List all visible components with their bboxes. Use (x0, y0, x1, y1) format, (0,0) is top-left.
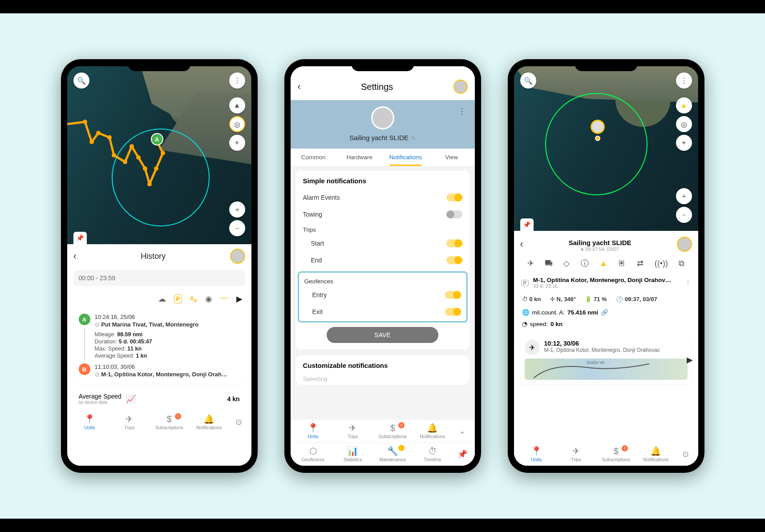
event-timestamp: 10:12, 30/06 (544, 340, 660, 347)
playback-icon[interactable]: ◉ (205, 294, 212, 304)
nav-pin-icon[interactable]: 📌 (453, 449, 472, 459)
back-icon[interactable]: ‹ (73, 250, 77, 262)
save-button[interactable]: SAVE (327, 327, 438, 343)
menu-icon[interactable]: ⋮ (676, 73, 692, 89)
event-card[interactable]: ✈ 10:12, 30/06 M-1, Opština Kotor, Monte… (520, 335, 692, 384)
edit-icon[interactable]: ✎ (411, 135, 416, 141)
compass-icon[interactable]: ▲ (676, 97, 692, 113)
nav-trips[interactable]: ✈Trips (333, 423, 373, 439)
nav-notifications[interactable]: 🔔Notifications (189, 414, 229, 430)
zoom-out-icon[interactable]: － (676, 207, 692, 223)
kebab-icon[interactable]: ⋮ (685, 279, 691, 286)
marker-a[interactable]: A (151, 133, 163, 145)
settings-title: Settings (301, 82, 453, 92)
nav-geofences[interactable]: ⬡Geofences (293, 446, 333, 462)
svg-point-3 (107, 135, 112, 140)
nav-collapse-icon[interactable]: ⌄ (453, 426, 472, 436)
unit-avatar[interactable] (371, 106, 394, 129)
avatar[interactable] (230, 249, 245, 264)
garage-icon[interactable]: ⛟ (545, 259, 553, 268)
graph-icon[interactable]: 📈 (126, 394, 136, 404)
device-icon[interactable]: ⧉ (679, 259, 684, 268)
maxspeed-label: Max. Speed: (95, 346, 126, 352)
nav-subscriptions[interactable]: $!Subscriptions (596, 446, 636, 462)
time-range[interactable]: 00:00 - 23:59 (73, 270, 245, 286)
bottom-nav: 📍Units ✈Trips $!Subscriptions 🔔Notificat… (514, 443, 698, 466)
bottom-nav: 📍Units ✈Trips $!Subscriptions 🔔Notificat… (67, 411, 251, 434)
geof-entry-toggle[interactable] (445, 291, 461, 299)
geofence-icon[interactable]: ◇ (563, 258, 570, 268)
unit-marker[interactable] (591, 120, 605, 134)
zoom-in-icon[interactable]: ＋ (676, 188, 692, 204)
tab-view[interactable]: View (429, 149, 475, 166)
nav-trips[interactable]: ✈Trips (109, 414, 150, 430)
tab-hardware[interactable]: Hardware (336, 149, 383, 166)
mileage-row: 🌐 mil.count. A: 75.416 nmi 🔗 (514, 306, 698, 318)
menu-icon[interactable]: ⋮ (229, 73, 245, 89)
nav-statistics[interactable]: 📊Statistics (333, 446, 373, 462)
nav-notifications[interactable]: 🔔Notifications (636, 446, 676, 462)
back-icon[interactable]: ‹ (520, 238, 523, 250)
nav-timeline[interactable]: ⏱Timeline (413, 446, 453, 462)
tab-common[interactable]: Common (291, 149, 337, 166)
drone-icon[interactable]: ✈ (527, 258, 534, 268)
nav-subscriptions[interactable]: $!Subscriptions (150, 414, 190, 430)
geof-exit-toggle[interactable] (445, 308, 461, 316)
tab-notifications[interactable]: Notifications (383, 149, 429, 166)
zoom-out-icon[interactable]: － (229, 220, 245, 236)
compass-icon[interactable]: ▲ (229, 97, 245, 113)
parking-toggle[interactable]: P (174, 294, 182, 303)
trip-card: A 10:24:16, 25/06 Put Marina Tivat, Tiva… (73, 309, 245, 384)
avatar[interactable] (453, 80, 468, 94)
pin-tab[interactable]: 📌 (73, 232, 87, 244)
share-icon[interactable]: ⇄ (637, 258, 644, 268)
nav-units[interactable]: 📍Units (517, 446, 557, 462)
play-icon[interactable]: ▶ (687, 355, 693, 365)
trip-start-toggle[interactable] (446, 239, 462, 247)
avatar[interactable] (677, 237, 692, 252)
nav-collapse-icon[interactable]: ⊙ (229, 417, 249, 427)
chart-icon[interactable]: 〰 (220, 294, 228, 304)
map[interactable]: A 🔍 ⋮ ▲ ◎ ⌖ ＋ － (67, 66, 251, 244)
nav-maintenance[interactable]: 🔧Maintenance (373, 446, 413, 462)
back-icon[interactable]: ‹ (298, 81, 301, 93)
zoom-in-icon[interactable]: ＋ (229, 202, 245, 218)
map[interactable]: 🔍 ⋮ ▲ ◎ ⌖ ＋ － (514, 66, 698, 231)
nav-trips[interactable]: ✈Trips (556, 446, 596, 462)
ab-toggle[interactable]: AB (190, 295, 197, 303)
shield-icon[interactable]: ⛨ (618, 259, 626, 268)
avg-value: 4 kn (227, 395, 239, 403)
search-icon[interactable]: 🔍 (520, 73, 536, 89)
info-icon[interactable]: ⓘ (581, 258, 589, 269)
nav-arrow-icon[interactable]: ▲ (599, 259, 607, 268)
locate-icon[interactable]: ⌖ (676, 135, 692, 151)
play-icon[interactable]: ▶ (236, 294, 243, 304)
point-b-badge: B (79, 363, 90, 375)
speed-row: ◔ speed: 0 kn (514, 318, 698, 332)
stat-time: 🕐 09:37, 03/07 (616, 296, 657, 302)
locate-icon[interactable]: ⌖ (229, 135, 245, 151)
trip-end-toggle[interactable] (446, 256, 462, 264)
cloud-download-icon[interactable]: ☁ (158, 294, 166, 304)
nav-notifications[interactable]: 🔔Notifications (413, 423, 453, 439)
pin-tab[interactable]: 📌 (520, 218, 534, 231)
center-icon[interactable]: ◎ (676, 116, 692, 132)
search-icon[interactable]: 🔍 (73, 73, 89, 89)
alarm-toggle[interactable] (446, 193, 462, 202)
settings-header: ‹ Settings (291, 75, 475, 100)
nav-subscriptions[interactable]: $!Subscriptions (373, 423, 413, 439)
avg-speed-footer: Average Speedby device data 📈 4 kn (73, 388, 245, 409)
nav-units[interactable]: 📍Units (70, 414, 110, 430)
avg-sub: by device data (79, 400, 121, 405)
center-icon[interactable]: ◎ (229, 116, 245, 132)
phone-settings: ‹ Settings ⋮ Sailing yacht SLIDE✎ Common… (284, 59, 481, 473)
towing-toggle[interactable] (446, 210, 462, 218)
custom-notif-title: Customizable notifications (303, 362, 462, 369)
signal-icon[interactable]: ((•)) (655, 259, 668, 268)
trip-start-label: Start (311, 240, 324, 247)
kebab-icon[interactable]: ⋮ (458, 106, 466, 116)
avg-label: Average Speed (79, 393, 121, 400)
link-icon[interactable]: 🔗 (601, 309, 608, 316)
nav-units[interactable]: 📍Units (293, 423, 333, 439)
nav-collapse-icon[interactable]: ⊙ (676, 449, 696, 459)
